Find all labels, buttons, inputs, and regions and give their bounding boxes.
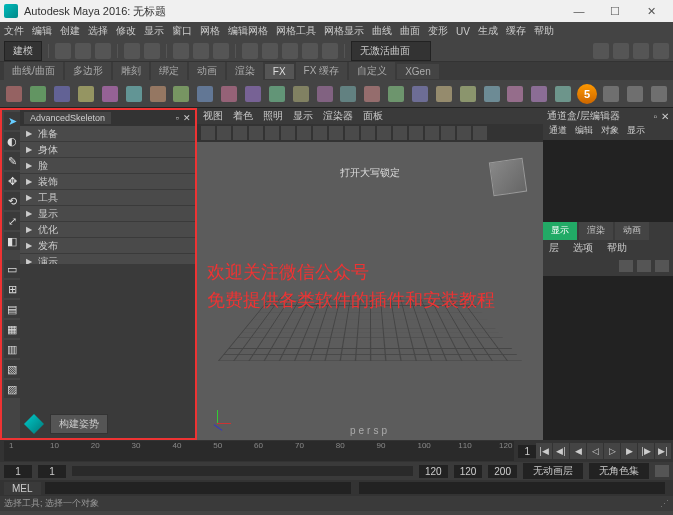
layout-misc-icon[interactable]: ▥ xyxy=(4,340,20,358)
scale-tool-icon[interactable]: ⤢ xyxy=(4,212,20,230)
viewport-tool-icon[interactable] xyxy=(393,126,407,140)
shelf-item-icon[interactable] xyxy=(4,83,25,104)
adv-section-header[interactable]: ▶工具 xyxy=(20,190,195,206)
selection-mask-icon[interactable] xyxy=(193,43,209,59)
go-start-icon[interactable]: |◀ xyxy=(536,443,552,459)
viewport-tool-icon[interactable] xyxy=(265,126,279,140)
shelf-item-icon[interactable] xyxy=(243,83,264,104)
menu-item[interactable]: 缓存 xyxy=(506,24,526,38)
adv-section-header[interactable]: ▶发布 xyxy=(20,238,195,254)
viewport-tool-icon[interactable] xyxy=(409,126,423,140)
layer-menu-item[interactable]: 帮助 xyxy=(607,241,627,255)
shelf-item-icon[interactable] xyxy=(147,83,168,104)
viewcube-icon[interactable] xyxy=(489,158,527,196)
layout-single-icon[interactable]: ▭ xyxy=(4,260,20,278)
shelf-item-icon[interactable] xyxy=(195,83,216,104)
shelf-item-icon[interactable] xyxy=(457,83,478,104)
paint-select-tool-icon[interactable]: ✎ xyxy=(4,152,20,170)
layer-tab[interactable]: 动画 xyxy=(615,222,649,240)
menu-item[interactable]: 编辑网格 xyxy=(228,24,268,38)
menu-item[interactable]: 变形 xyxy=(428,24,448,38)
shelf-item-icon[interactable] xyxy=(433,83,454,104)
viewport-tool-icon[interactable] xyxy=(281,126,295,140)
panel-close-icon[interactable]: ✕ xyxy=(183,113,191,123)
shelf-item-icon[interactable] xyxy=(123,83,144,104)
playback-start-field[interactable]: 1 xyxy=(38,465,66,478)
anim-layer-dropdown[interactable]: 无动画层 xyxy=(523,463,583,479)
snap-icon[interactable] xyxy=(322,43,338,59)
character-set-dropdown[interactable]: 无角色集 xyxy=(589,463,649,479)
channel-menu-item[interactable]: 编辑 xyxy=(575,124,593,140)
playback-end-field[interactable]: 120 xyxy=(419,465,448,478)
shelf-item-icon[interactable] xyxy=(505,83,526,104)
layout-misc-icon[interactable]: ▨ xyxy=(4,380,20,398)
adv-section-header[interactable]: ▶演示 xyxy=(20,254,195,264)
layout-misc-icon[interactable]: ▤ xyxy=(4,300,20,318)
sidebar-toggle-icon[interactable] xyxy=(593,43,609,59)
close-button[interactable]: ✕ xyxy=(633,1,669,21)
shelf-item-icon[interactable] xyxy=(28,83,49,104)
shelf-tab[interactable]: 雕刻 xyxy=(113,62,149,80)
mel-label[interactable]: MEL xyxy=(4,482,41,495)
selection-mask-icon[interactable] xyxy=(173,43,189,59)
layer-menu-item[interactable]: 选项 xyxy=(573,241,593,255)
shelf-item-icon[interactable] xyxy=(529,83,550,104)
viewport-tool-icon[interactable] xyxy=(473,126,487,140)
channel-menu-item[interactable]: 对象 xyxy=(601,124,619,140)
adv-section-header[interactable]: ▶显示 xyxy=(20,206,195,222)
redo-icon[interactable] xyxy=(144,43,160,59)
move-tool-icon[interactable]: ✥ xyxy=(4,172,20,190)
menu-item[interactable]: 曲面 xyxy=(400,24,420,38)
menu-item[interactable]: 网格 xyxy=(200,24,220,38)
resize-handle-icon[interactable]: ⋰ xyxy=(660,499,669,509)
viewport-tool-icon[interactable] xyxy=(377,126,391,140)
snap-icon[interactable] xyxy=(262,43,278,59)
viewport-tool-icon[interactable] xyxy=(441,126,455,140)
panel-tab[interactable]: AdvancedSkeleton xyxy=(24,112,111,124)
go-end-icon[interactable]: ▶| xyxy=(655,443,671,459)
sidebar-toggle-icon[interactable] xyxy=(613,43,629,59)
adv-section-header[interactable]: ▶优化 xyxy=(20,222,195,238)
layout-misc-icon[interactable]: ▦ xyxy=(4,320,20,338)
construction-history-field[interactable]: 无激活曲面 xyxy=(351,41,431,61)
maximize-button[interactable]: ☐ xyxy=(597,1,633,21)
shelf-item-icon[interactable] xyxy=(362,83,383,104)
range-end-field[interactable]: 120 xyxy=(454,465,483,478)
shelf-tab[interactable]: FX xyxy=(265,64,294,79)
play-forward-icon[interactable]: ▷ xyxy=(604,443,620,459)
minimize-button[interactable]: — xyxy=(561,1,597,21)
viewport-tool-icon[interactable] xyxy=(201,126,215,140)
snap-icon[interactable] xyxy=(242,43,258,59)
viewport-menu-item[interactable]: 着色 xyxy=(233,109,253,123)
shelf-item-icon[interactable] xyxy=(338,83,359,104)
shelf-item-icon[interactable] xyxy=(266,83,287,104)
undo-icon[interactable] xyxy=(124,43,140,59)
shelf-item-icon[interactable] xyxy=(386,83,407,104)
range-start-field[interactable]: 1 xyxy=(4,465,32,478)
step-back-icon[interactable]: ◀ xyxy=(570,443,586,459)
selection-mask-icon[interactable] xyxy=(213,43,229,59)
command-input[interactable] xyxy=(45,482,351,494)
menu-item[interactable]: 选择 xyxy=(88,24,108,38)
shelf-tab[interactable]: 绑定 xyxy=(151,62,187,80)
shelf-item-icon[interactable] xyxy=(76,83,97,104)
layout-misc-icon[interactable]: ▧ xyxy=(4,360,20,378)
viewport-tool-icon[interactable] xyxy=(249,126,263,140)
channel-list[interactable] xyxy=(543,140,673,222)
time-slider[interactable]: 1102030405060708090100110120 1 |◀ ◀| ◀ ◁… xyxy=(0,440,673,462)
range-slider-track[interactable] xyxy=(72,466,413,476)
menuset-dropdown[interactable]: 建模 xyxy=(4,41,42,61)
shelf-item-icon[interactable] xyxy=(624,83,645,104)
step-forward-icon[interactable]: ▶ xyxy=(621,443,637,459)
shelf-tab[interactable]: 渲染 xyxy=(227,62,263,80)
layer-button-icon[interactable] xyxy=(619,260,633,272)
panel-close-icon[interactable]: ✕ xyxy=(661,111,669,122)
shelf-item-icon[interactable] xyxy=(219,83,240,104)
step-forward-key-icon[interactable]: |▶ xyxy=(638,443,654,459)
viewport-tool-icon[interactable] xyxy=(329,126,343,140)
viewport-menu-item[interactable]: 显示 xyxy=(293,109,313,123)
menu-item[interactable]: 显示 xyxy=(144,24,164,38)
shelf-tab[interactable]: 多边形 xyxy=(65,62,111,80)
adv-section-header[interactable]: ▶脸 xyxy=(20,158,195,174)
adv-section-header[interactable]: ▶装饰 xyxy=(20,174,195,190)
